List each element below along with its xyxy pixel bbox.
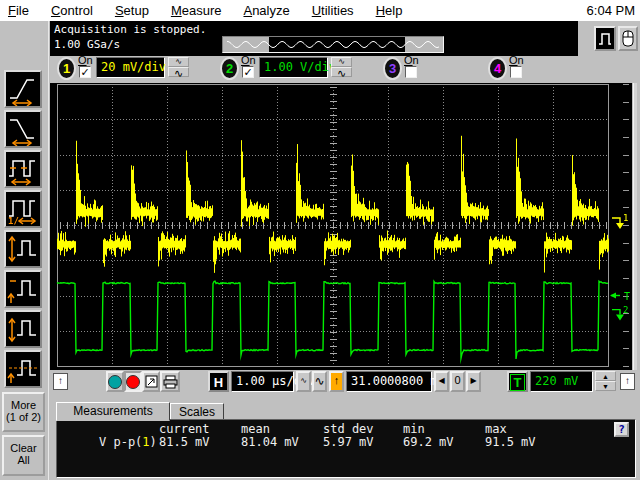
menu-bar: File Control Setup Measure Analyze Utili… [0,0,640,21]
fall-time-icon [6,112,40,146]
channel-1-button[interactable]: 1 [57,57,76,80]
channel-4-number: 4 [494,61,501,76]
print-button[interactable] [160,371,180,392]
channel-2-coarse-button[interactable]: ∿ [331,67,352,77]
stop-icon [126,375,140,389]
measure-toolbar: More (1 of 2) Clear All [0,21,49,480]
trigger-level-up-button[interactable]: ▲ [595,371,616,381]
rise-time-button[interactable] [4,70,42,108]
vamplitude-button[interactable] [4,310,42,348]
vtop-button[interactable] [4,270,42,308]
measurement-mean: 81.04 mV [241,435,299,449]
channel-2-on-label: On [241,54,256,66]
pulse-shape-button[interactable] [594,26,616,51]
horizontal-setup-button[interactable]: H [208,371,229,392]
more-page-label: (1 of 2) [6,411,41,423]
channel-3-on-label: On [404,54,419,66]
menu-help[interactable]: Help [376,3,403,18]
delay-display[interactable]: 31.0000800 ms [346,371,432,392]
run-icon [108,375,122,389]
frequency-button[interactable] [4,190,42,228]
clear-all-label: All [17,454,29,466]
channel-1-scale-display[interactable]: 20 mV/div [96,57,165,78]
acquisition-status: Acquisition is stopped. [54,23,206,36]
waveform-canvas [50,83,632,370]
expand-right-button[interactable]: ↑ [620,373,635,390]
measurements-panel: current mean std dev min max V p-p(1) 81… [56,419,636,478]
menu-file[interactable]: File [8,3,29,18]
delay-right-button[interactable]: ▶ [466,371,481,392]
channel-1-on-checkbox[interactable]: ✓ [79,66,91,78]
trigger-setup-button[interactable]: T [507,371,528,392]
v-average-icon [6,352,40,386]
t-label: T [510,374,526,391]
channel-1-on-label: On [78,54,93,66]
sample-rate: 1.00 GSa/s [54,38,120,51]
frequency-icon [6,192,40,226]
measurement-max: 91.5 mV [485,435,536,449]
expand-left-button[interactable]: ↑ [53,373,68,390]
clear-all-button[interactable]: Clear All [2,435,45,476]
measurement-source-channel: 1 [142,435,149,449]
pulse-shape-icon [599,34,611,44]
v-peak-peak-icon [6,232,40,266]
vpp-button[interactable] [4,230,42,268]
oscilloscope-app: File Control Setup Measure Analyze Utili… [0,0,640,480]
mouse-settings-button[interactable] [618,26,638,51]
fall-time-button[interactable] [4,110,42,148]
timebase-fine-button[interactable]: ∿ [296,371,311,392]
vaverage-button[interactable] [4,350,42,388]
channel-2-number: 2 [226,61,233,76]
plus-width-button[interactable] [4,150,42,188]
channel-1-fine-button[interactable]: ∿ [168,57,189,67]
help-button[interactable]: ? [614,422,629,437]
delay-left-button[interactable]: ◀ [434,371,449,392]
channel-3-button[interactable]: 3 [383,57,402,80]
run-button[interactable] [106,371,124,392]
export-button[interactable] [142,371,160,392]
waveform-position-scrollbar[interactable] [222,36,444,53]
channel-4-on-checkbox[interactable] [510,66,522,78]
more-label: More [11,399,36,411]
channel-2-on-checkbox[interactable]: ✓ [242,66,254,78]
menu-utilities[interactable]: Utilities [312,3,354,18]
waveform-overview [223,37,443,52]
mouse-icon [621,29,635,48]
channel-4-button[interactable]: 4 [488,57,507,80]
channel-4-on-label: On [509,54,524,66]
waveform-display[interactable] [50,83,632,370]
menu-setup[interactable]: Setup [115,3,149,18]
v-amplitude-icon [6,312,40,346]
col-max: max [485,422,507,436]
menu-control[interactable]: Control [51,3,93,18]
channel-2-fine-button[interactable]: ∿ [331,57,352,67]
trigger-level-display[interactable]: 220 mV [530,371,593,392]
channel-3-number: 3 [389,61,396,76]
timebase-display[interactable]: 1.00 µs/div [231,371,294,392]
tab-measurements[interactable]: Measurements [56,402,170,421]
channel-1-scale-spinner: ∿ ∿ [168,57,189,78]
plus-width-icon [6,152,40,186]
stop-button[interactable] [124,371,142,392]
channel-1-number: 1 [63,61,70,76]
measurement-name: V p-p(1) [99,435,157,449]
timebase-coarse-button[interactable]: ∿ [312,371,327,392]
measurement-current: 81.5 mV [159,435,210,449]
menu-measure[interactable]: Measure [171,3,222,18]
trigger-position-button[interactable]: ↑ [329,371,344,392]
rise-time-icon [6,72,40,106]
channel-3-on-checkbox[interactable] [405,66,417,78]
delay-zero-button[interactable]: 0 [450,371,465,392]
measurement-min: 69.2 mV [403,435,454,449]
channel-2-scale-display[interactable]: 1.00 V/div [259,57,328,78]
channel-2-button[interactable]: 2 [220,57,239,80]
more-measurements-button[interactable]: More (1 of 2) [2,392,45,432]
clear-label: Clear [10,442,36,454]
clock: 6:04 PM [587,3,635,18]
trigger-level-down-button[interactable]: ▼ [595,381,616,391]
channel-1-coarse-button[interactable]: ∿ [168,67,189,77]
menu-analyze[interactable]: Analyze [243,3,289,18]
display-right-edge [633,83,637,370]
col-mean: mean [241,422,270,436]
trigger-level-spinner: ▲ ▼ [595,371,616,392]
